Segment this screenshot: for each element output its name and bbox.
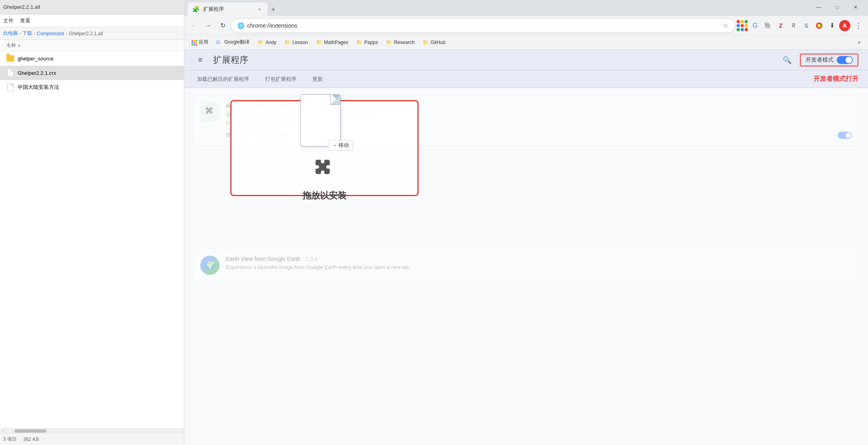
folder-bookmark-icon: 📁 [386, 40, 392, 45]
dragged-file: → 移动 [300, 94, 348, 146]
chrome-browser: 🧩 扩展程序 × + — □ ✕ ← → ↻ 🌐 chrome://extens… [184, 0, 868, 445]
ext-search-button[interactable]: 🔍 [781, 54, 793, 66]
bookmark-label: Research [394, 40, 415, 45]
profile-button[interactable]: A [839, 20, 850, 31]
folder-bookmark-icon: 📁 [284, 40, 290, 45]
maximize-button[interactable]: □ [828, 1, 846, 14]
breadcrumb-compressed[interactable]: Compressed [37, 31, 64, 36]
adblock-toggle[interactable] [838, 132, 852, 139]
bookmark-papps[interactable]: 📁 Papps [352, 37, 382, 48]
fe-titlebar: Ghelper2.2.1.all [0, 0, 184, 14]
chrome-tab-extensions[interactable]: 🧩 扩展程序 × [187, 2, 268, 16]
back-button[interactable]: ← [187, 19, 200, 32]
tab-puzzle-icon: 🧩 [192, 6, 200, 13]
bookmark-label: GitHub [431, 40, 445, 45]
extensions-page-title: 扩展程序 [213, 54, 248, 66]
translate-bookmark-icon: G [216, 40, 222, 45]
pack-extension-button[interactable]: 打包扩展程序 [262, 74, 300, 84]
file-size: 362 KB [23, 437, 39, 442]
folder-bookmark-icon: 📁 [356, 40, 362, 45]
earthview-info: Earth View from Google Earth 3.0.4 Exper… [226, 256, 852, 271]
file-name: 中国大陆安装方法 [18, 84, 59, 91]
fe-bottom-scrollbar[interactable]: ‹ [0, 428, 184, 433]
bookmark-lesson[interactable]: 📁 Lesson [280, 37, 312, 48]
bookmark-apps[interactable]: 应用 [187, 37, 212, 48]
scroll-thumb[interactable] [14, 429, 46, 433]
file-name: Ghelper2.2.1.crx [18, 70, 56, 76]
download-icon[interactable]: ⬇ [826, 20, 838, 31]
file-explorer: Ghelper2.2.1.all 文件 查看 此电脑 › 下载 › Compre… [0, 0, 184, 445]
fe-menu-view[interactable]: 查看 [20, 17, 30, 24]
bookmark-label: 应用 [199, 39, 208, 46]
file-name: ghelper_source [18, 56, 54, 62]
bookmark-label: Papps [364, 40, 378, 45]
list-item[interactable]: 中国大陆安装方法 [0, 80, 184, 94]
evernote-icon[interactable]: 🐘 [762, 20, 773, 31]
zotero-icon[interactable]: Z [775, 20, 786, 31]
bookmark-andy[interactable]: 📁 Andy [254, 37, 280, 48]
chrome-titlebar: 🧩 扩展程序 × + — □ ✕ [184, 0, 868, 16]
chrome-color-icon[interactable] [814, 20, 825, 31]
bookmark-label: Lesson [292, 40, 308, 45]
bookmark-star-icon[interactable]: ☆ [723, 22, 728, 29]
chrome-toolbar: ← → ↻ 🌐 chrome://extensions ☆ [184, 16, 868, 35]
bookmark-label: MathPages [324, 40, 348, 45]
forward-button[interactable]: → [202, 19, 215, 32]
install-text: 拖放以安装 [302, 190, 346, 202]
fe-breadcrumb: 此电脑 › 下载 › Compressed › Ghelper2.2.1.all [0, 27, 184, 40]
earthview-title: Earth View from Google Earth 3.0.4 [226, 256, 852, 262]
bookmark-label: Google翻译 [224, 39, 250, 46]
update-button[interactable]: 更新 [309, 74, 326, 84]
new-tab-button[interactable]: + [268, 4, 279, 15]
column-name-label: 名称 [6, 42, 16, 49]
reload-button[interactable]: ↻ [216, 19, 229, 32]
dev-mode-toggle[interactable] [837, 56, 853, 64]
breadcrumb-pc[interactable]: 此电脑 [3, 30, 18, 37]
adblock-icon [200, 102, 220, 122]
close-button[interactable]: ✕ [846, 1, 865, 14]
translate-icon[interactable]: G [749, 20, 761, 31]
google-apps-icon[interactable] [737, 20, 748, 31]
dev-mode-open-label: 开发者模式打开 [814, 75, 858, 83]
load-unpacked-button[interactable]: 加载已解压的扩展程序 [194, 74, 252, 84]
chrome-menu-button[interactable]: ⋮ [852, 19, 865, 32]
hamburger-menu-button[interactable]: ≡ [194, 55, 207, 64]
list-item[interactable]: ghelper_source [0, 51, 184, 66]
window-controls: — □ ✕ [810, 1, 865, 14]
fe-file-list: ghelper_source Ghelper2.2.1.crx 中国大陆安装方法 [0, 51, 184, 428]
earthview-desc: Experience a beautiful image from Google… [226, 264, 852, 271]
tab-close-button[interactable]: × [256, 6, 263, 12]
bookmark-label: Andy [266, 40, 276, 45]
file-icon [6, 69, 14, 77]
bookmark-translate[interactable]: G Google翻译 [212, 37, 254, 48]
folder-bookmark-icon: 📁 [316, 40, 322, 45]
address-bar[interactable]: 🌐 chrome://extensions ☆ [231, 18, 735, 33]
file-paper [300, 94, 340, 146]
research-icon[interactable]: R [788, 20, 799, 31]
fe-column-header: 名称 ∧ [0, 40, 184, 51]
extensions-page: ≡ 扩展程序 🔍 开发者模式 加载已解压的扩展程序 打包扩展程序 更新 开发者模… [184, 50, 868, 445]
earthview-extension-card: 🌍 Earth View from Google Earth 3.0.4 Exp… [194, 249, 858, 281]
site-security-icon: 🌐 [238, 22, 244, 29]
shield-icon[interactable]: S [801, 20, 812, 31]
bookmark-github[interactable]: 📁 GitHub [419, 37, 449, 48]
sort-icon: ∧ [18, 43, 20, 48]
bookmark-research[interactable]: 📁 Research [382, 37, 419, 48]
breadcrumb-current: Ghelper2.2.1.all [69, 31, 103, 36]
ext-content-area: AdBlock — 最佳广告拦截工具 4.10.0 在YouTube、Faceb… [184, 88, 868, 445]
install-puzzle-icon [308, 154, 340, 186]
svg-point-2 [818, 24, 820, 26]
install-area: 拖放以安装 [302, 154, 346, 202]
bookmarks-more-button[interactable]: » [854, 37, 865, 48]
bookmark-mathpages[interactable]: 📁 MathPages [312, 37, 352, 48]
bookmarks-bar: 应用 G Google翻译 📁 Andy 📁 Lesson 📁 MathPage… [184, 35, 868, 50]
ext-subheader: 加载已解压的扩展程序 打包扩展程序 更新 开发者模式打开 [184, 70, 868, 88]
list-item[interactable]: Ghelper2.2.1.crx [0, 66, 184, 80]
fe-menubar: 文件 查看 [0, 14, 184, 27]
fe-menu-file[interactable]: 文件 [3, 17, 14, 24]
fe-statusbar: 3 项目 362 KB [0, 433, 184, 445]
breadcrumb-download[interactable]: 下载 [22, 30, 32, 37]
minimize-button[interactable]: — [810, 1, 828, 14]
folder-icon [6, 54, 14, 62]
folder-bookmark-icon: 📁 [423, 40, 428, 45]
